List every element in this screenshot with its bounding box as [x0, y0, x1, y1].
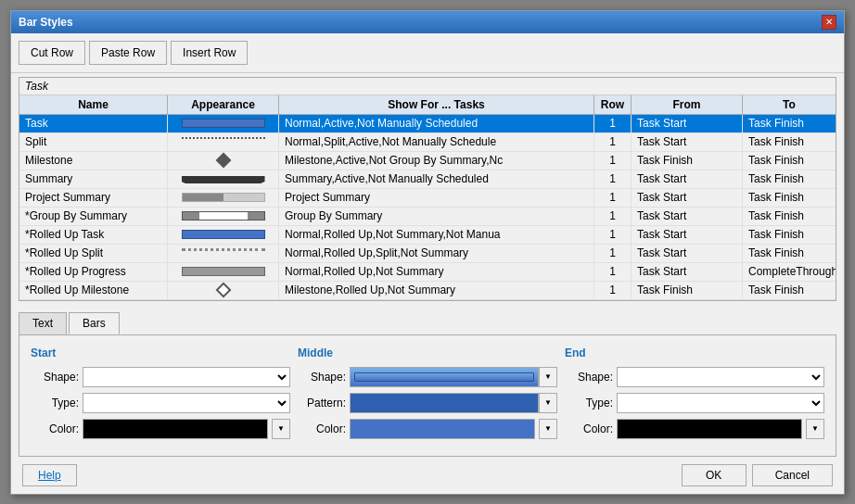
- close-button[interactable]: ✕: [822, 15, 836, 30]
- end-color-button[interactable]: ▼: [806, 419, 824, 439]
- middle-pattern-row: Pattern: ▼: [298, 393, 557, 413]
- end-shape-select[interactable]: [617, 367, 824, 387]
- middle-pattern-select-wrapper: ▼: [350, 393, 557, 413]
- cell-appearance: [168, 170, 279, 188]
- cell-from: Task Start: [632, 115, 743, 132]
- cell-to: Task Finish: [743, 170, 836, 188]
- table-row[interactable]: SummarySummary,Active,Not Manually Sched…: [19, 170, 836, 189]
- cell-appearance: [168, 189, 279, 207]
- help-button[interactable]: Help: [22, 464, 77, 486]
- cell-show-for: Group By Summary: [279, 208, 594, 225]
- table-row[interactable]: *Group By SummaryGroup By Summary1Task S…: [19, 208, 836, 226]
- end-color-preview: [617, 419, 802, 439]
- cell-show-for: Normal,Rolled Up,Not Summary: [279, 263, 594, 281]
- middle-color-label: Color:: [298, 422, 346, 435]
- col-header-name: Name: [19, 95, 168, 114]
- tab-bars[interactable]: Bars: [69, 312, 120, 334]
- table-row[interactable]: *Rolled Up SplitNormal,Rolled Up,Split,N…: [19, 245, 836, 263]
- cell-appearance: [168, 226, 279, 244]
- start-shape-row: Shape:: [31, 367, 290, 387]
- cell-row: 1: [594, 152, 632, 170]
- col-header-from: From: [632, 95, 743, 114]
- group-label: Task: [19, 78, 836, 95]
- paste-row-button[interactable]: Paste Row: [89, 41, 167, 65]
- table-row[interactable]: MilestoneMilestone,Active,Not Group By S…: [19, 152, 836, 170]
- end-shape-row: Shape:: [565, 367, 824, 387]
- cell-show-for: Milestone,Active,Not Group By Summary,Nc: [279, 152, 594, 170]
- cell-show-for: Project Summary: [279, 189, 594, 207]
- toolbar: Cut Row Paste Row Insert Row: [11, 33, 844, 73]
- insert-row-button[interactable]: Insert Row: [171, 41, 248, 65]
- tabs-bar: Text Bars: [11, 305, 844, 334]
- cell-name: Task: [19, 115, 168, 132]
- middle-pattern-dropdown[interactable]: ▼: [539, 393, 557, 413]
- col-header-appearance: Appearance: [168, 95, 279, 114]
- cell-from: Task Start: [632, 133, 743, 151]
- cell-from: Task Start: [632, 245, 743, 262]
- cell-appearance: [168, 263, 279, 281]
- end-color-label: Color:: [565, 422, 613, 435]
- cell-from: Task Start: [632, 189, 743, 207]
- start-color-preview: [83, 419, 268, 439]
- tab-text[interactable]: Text: [19, 312, 67, 334]
- middle-color-button[interactable]: ▼: [539, 419, 557, 439]
- end-shape-select-wrapper: [617, 367, 824, 387]
- start-title: Start: [31, 346, 290, 359]
- cell-show-for: Normal,Rolled Up,Not Summary,Not Manua: [279, 226, 594, 244]
- ok-button[interactable]: OK: [682, 464, 747, 486]
- cell-appearance: [168, 245, 279, 262]
- cell-row: 1: [594, 133, 632, 151]
- cell-row: 1: [594, 170, 632, 188]
- table-row[interactable]: SplitNormal,Split,Active,Not Manually Sc…: [19, 133, 836, 152]
- table-header: Name Appearance Show For ... Tasks Row F…: [19, 95, 836, 115]
- table-row[interactable]: *Rolled Up TaskNormal,Rolled Up,Not Summ…: [19, 226, 836, 245]
- cell-name: *Group By Summary: [19, 208, 168, 225]
- cell-name: Milestone: [19, 152, 168, 170]
- table-row[interactable]: Project SummaryProject Summary1Task Star…: [19, 189, 836, 208]
- cell-to: Task Finish: [743, 245, 836, 262]
- end-type-select[interactable]: [617, 393, 824, 413]
- cell-from: Task Start: [632, 263, 743, 281]
- cell-from: Task Finish: [632, 152, 743, 170]
- middle-shape-dropdown[interactable]: ▼: [539, 367, 557, 387]
- cell-show-for: Normal,Split,Active,Not Manually Schedul…: [279, 133, 594, 151]
- table-row[interactable]: *Rolled Up MilestoneMilestone,Rolled Up,…: [19, 282, 836, 300]
- start-color-button[interactable]: ▼: [272, 419, 290, 439]
- cell-to: CompleteThrough: [743, 263, 836, 281]
- cell-to: Task Finish: [743, 226, 836, 244]
- start-type-select-wrapper: [83, 393, 290, 413]
- cell-from: Task Finish: [632, 282, 743, 299]
- styles-table-container: Task Name Appearance Show For ... Tasks …: [19, 77, 836, 301]
- start-color-row: Color: ▼: [31, 419, 290, 439]
- cell-name: Project Summary: [19, 189, 168, 207]
- cell-row: 1: [594, 282, 632, 299]
- cell-row: 1: [594, 189, 632, 207]
- col-header-row: Row: [594, 95, 632, 114]
- cut-row-button[interactable]: Cut Row: [19, 41, 85, 65]
- cancel-button[interactable]: Cancel: [752, 464, 833, 486]
- cell-from: Task Start: [632, 170, 743, 188]
- end-section: End Shape: Type:: [565, 346, 824, 445]
- cell-to: Task Finish: [743, 115, 836, 132]
- end-shape-label: Shape:: [565, 371, 613, 384]
- cell-from: Task Start: [632, 226, 743, 244]
- end-type-label: Type:: [565, 397, 613, 410]
- cell-to: Task Finish: [743, 189, 836, 207]
- middle-shape-select-wrapper: ▼: [350, 367, 557, 387]
- cell-row: 1: [594, 208, 632, 225]
- table-row[interactable]: TaskNormal,Active,Not Manually Scheduled…: [19, 115, 836, 133]
- start-shape-select[interactable]: [83, 367, 290, 387]
- middle-title: Middle: [298, 346, 557, 359]
- middle-section: Middle Shape: ▼ Pattern: ▼: [298, 346, 557, 445]
- start-section: Start Shape: Type:: [31, 346, 290, 445]
- middle-color-preview: [350, 419, 535, 439]
- start-type-select[interactable]: [83, 393, 290, 413]
- start-shape-label: Shape:: [31, 371, 79, 384]
- cell-name: *Rolled Up Milestone: [19, 282, 168, 299]
- table-row[interactable]: *Rolled Up ProgressNormal,Rolled Up,Not …: [19, 263, 836, 282]
- bar-styles-dialog: Bar Styles ✕ Cut Row Paste Row Insert Ro…: [10, 10, 845, 495]
- cell-appearance: [168, 115, 279, 132]
- cell-to: Task Finish: [743, 133, 836, 151]
- middle-color-row: Color: ▼: [298, 419, 557, 439]
- title-bar: Bar Styles ✕: [11, 11, 844, 33]
